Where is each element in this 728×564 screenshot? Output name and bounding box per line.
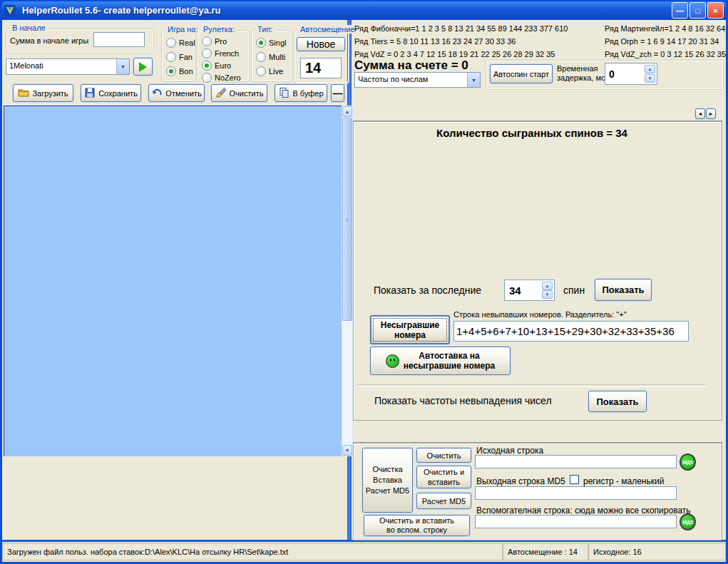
- autoshift-value[interactable]: 14: [300, 58, 342, 78]
- unplayed-string-input[interactable]: [453, 321, 689, 342]
- collapse-button[interactable]: —: [331, 84, 344, 102]
- radio-icon[interactable]: [166, 66, 176, 76]
- radio-option-real[interactable]: Real: [166, 38, 195, 48]
- window-title: HelperRoullet 5.6- create helperroullet@…: [22, 5, 221, 16]
- preset-combobox[interactable]: 1Melonati ▼: [6, 58, 130, 75]
- radio-label: Live: [269, 67, 283, 76]
- radio-icon[interactable]: [256, 38, 266, 48]
- radio-icon[interactable]: [256, 52, 266, 62]
- scroll-down-icon[interactable]: ▼: [342, 445, 352, 456]
- show-button[interactable]: Показать: [595, 279, 652, 301]
- register-checkbox[interactable]: [570, 475, 579, 484]
- radio-option-bon[interactable]: Bon: [166, 66, 193, 76]
- radio-option-live[interactable]: Live: [256, 66, 283, 76]
- table-scrollbar[interactable]: ▲ ≡ ▼: [342, 106, 353, 456]
- toolbar-button-label: Очистить: [230, 89, 264, 98]
- toolbar-button-1[interactable]: Загрузить: [13, 84, 73, 102]
- combobox-dropdown-icon[interactable]: ▼: [467, 73, 480, 87]
- radio-group-label: Игра на:: [165, 25, 200, 34]
- tab-scroll-left-icon[interactable]: ◄: [695, 108, 705, 119]
- close-button[interactable]: ×: [707, 2, 724, 19]
- history-table-body: [4, 106, 342, 431]
- radio-option-nozero[interactable]: NoZero: [202, 73, 241, 83]
- radio-group-label: Тип:: [255, 25, 275, 34]
- md5-output-input[interactable]: [475, 486, 677, 500]
- radio-option-singl[interactable]: Singl: [256, 38, 286, 48]
- tab-scroll-right-icon[interactable]: ►: [706, 108, 716, 119]
- radio-option-french[interactable]: French: [202, 48, 239, 58]
- radio-icon[interactable]: [202, 73, 212, 83]
- toolbar-button-4[interactable]: Очистить: [211, 84, 267, 102]
- radio-icon[interactable]: [166, 38, 176, 48]
- md5-source-label: Исходная строка: [476, 446, 543, 456]
- series-line: Ряд Tiers = 5 8 10 11 13 16 23 24 27 30 …: [354, 35, 604, 48]
- scroll-up-icon[interactable]: ▲: [342, 106, 352, 117]
- md5-calc-button[interactable]: Расчет MD5: [416, 493, 471, 509]
- radio-icon[interactable]: [166, 52, 176, 62]
- radio-option-euro[interactable]: Euro: [202, 61, 231, 71]
- undo-icon: [151, 87, 165, 100]
- minimize-button[interactable]: —: [672, 2, 688, 19]
- radio-option-fan[interactable]: Fan: [166, 52, 193, 62]
- md5-source-input[interactable]: [475, 455, 677, 468]
- mode-combobox[interactable]: Частоты по числам ▼: [354, 72, 481, 88]
- unplayed-numbers-button[interactable]: Несыгравшие номера: [370, 315, 450, 344]
- delay-label-line1: Временная: [557, 64, 598, 73]
- radio-label: Pro: [215, 37, 227, 46]
- radio-group-1: Игра на:RealFanBon: [161, 30, 195, 82]
- open-folder-icon: [18, 87, 32, 100]
- radio-icon[interactable]: [202, 48, 212, 58]
- md5-calc-icon[interactable]: МД5: [680, 453, 696, 471]
- autobet-unplayed-button[interactable]: Автоставка на несыгравшие номера: [370, 347, 511, 375]
- md5-clear-paste-button[interactable]: Очистить и вставить: [416, 466, 471, 488]
- start-sum-input[interactable]: [93, 32, 145, 47]
- radio-icon[interactable]: [256, 66, 266, 76]
- new-autoshift-button[interactable]: Новое: [297, 37, 345, 51]
- unplayed-string-label: Строка невыпавших номеров. Разделитель: …: [453, 310, 627, 319]
- toolbar-button-2[interactable]: Сохранить: [81, 84, 141, 102]
- toolbar-button-5[interactable]: В буфер: [275, 84, 327, 102]
- smiley-icon: [386, 354, 399, 368]
- spin-down-icon[interactable]: ▼: [645, 74, 655, 83]
- show-last-spinner[interactable]: 34 ▲ ▼: [504, 280, 555, 301]
- md5-calc-aux-icon[interactable]: МД5: [680, 513, 696, 530]
- radio-icon[interactable]: [202, 36, 212, 46]
- md5-big-button[interactable]: Очистка Вставка Расчет MD5: [362, 448, 413, 513]
- frequencies-panel: Количество сыгранных спинов = 34 Показат…: [353, 121, 722, 421]
- radio-option-multi[interactable]: Multi: [256, 52, 285, 62]
- delay-label-line2: задержка, мс: [557, 73, 605, 82]
- md5-output-label: Выходная строка MD5: [476, 476, 565, 486]
- spin-down-icon[interactable]: ▼: [542, 290, 553, 299]
- radio-option-pro[interactable]: Pro: [202, 36, 227, 46]
- toolbar-button-3[interactable]: Отменить: [148, 84, 205, 102]
- account-sum-label: Сумма на счете = 0: [354, 58, 468, 73]
- radio-label: Real: [179, 39, 195, 47]
- group-start-sum: В начале Сумма в начале игры: [6, 29, 154, 53]
- toolbar-button-label: Загрузить: [32, 89, 68, 98]
- series-line: Ряд Фибоначчи=1 1 2 3 5 8 13 21 34 55 89…: [354, 22, 604, 35]
- spin-up-icon[interactable]: ▲: [542, 282, 553, 290]
- preset-combobox-value: 1Melonati: [6, 59, 116, 74]
- md5-clear-button[interactable]: Очистить: [416, 448, 471, 463]
- spin-up-icon[interactable]: ▲: [645, 65, 655, 73]
- series-list-right: Ряд Мартингейл=1 2 4 8 16 32 64 128 2Ряд…: [605, 22, 726, 62]
- autospin-start-button[interactable]: Автоспин старт: [490, 64, 553, 83]
- group-autoshift: Автосмещение Новое 14: [294, 30, 349, 84]
- run-preset-button[interactable]: [133, 58, 153, 76]
- group-autoshift-label: Автосмещение: [298, 25, 357, 34]
- maximize-button[interactable]: □: [689, 2, 706, 19]
- md5-aux-input[interactable]: [475, 515, 677, 528]
- radio-icon[interactable]: [202, 61, 212, 71]
- show-no-show-button[interactable]: Показать: [588, 391, 647, 412]
- bet-board: [4, 461, 346, 539]
- status-autoshift: Автосмещение : 14: [503, 543, 588, 560]
- md5-clear-paste-aux-button[interactable]: Очистить и вставить во вспом. строку: [364, 515, 470, 536]
- status-source: Исходное: 16: [588, 543, 726, 560]
- title-bar: HelperRoullet 5.6- create helperroullet@…: [1, 1, 727, 19]
- combobox-dropdown-icon[interactable]: ▼: [116, 59, 129, 74]
- delay-spinner[interactable]: 0 ▲ ▼: [605, 63, 657, 85]
- mode-combobox-value: Частоты по числам: [355, 73, 467, 87]
- autospin-group: Автоспин старт Временная задержка, мс 0 …: [486, 60, 724, 90]
- series-line: Ряд Orph = 1 6 9 14 17 20 31 34: [605, 35, 726, 48]
- table-scrollbar-thumb[interactable]: ≡: [342, 118, 352, 321]
